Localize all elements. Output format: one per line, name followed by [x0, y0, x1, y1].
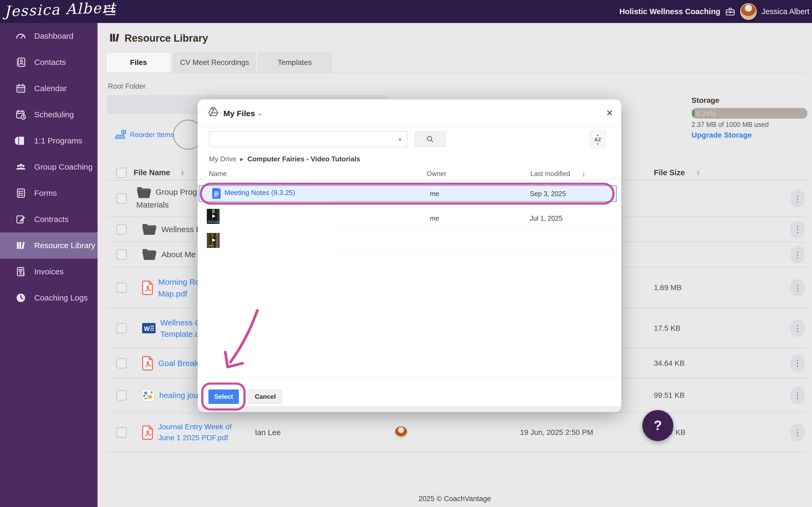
row-checkbox[interactable] — [116, 249, 127, 260]
select-all-checkbox[interactable] — [116, 168, 127, 178]
sidebar-item-programs[interactable]: 1:1 Programs — [0, 128, 98, 154]
file-name-line2[interactable]: Map.pdf — [158, 289, 187, 298]
row-menu-button[interactable]: ⋮ — [790, 221, 805, 238]
clock-icon — [15, 292, 27, 304]
sidebar-item-label: Resource Library — [34, 241, 95, 250]
row-menu-button[interactable]: ⋮ — [790, 424, 805, 441]
drive-column-name[interactable]: Name — [209, 170, 227, 178]
user-name: Jessica Albert — [761, 7, 809, 16]
column-header-file-name: File Name — [133, 168, 170, 177]
redacted-file-names-blur — [222, 205, 329, 258]
row-checkbox[interactable] — [116, 428, 127, 438]
file-name[interactable]: Goal Breako — [158, 359, 203, 368]
sidebar-item-calendar[interactable]: Calendar — [0, 75, 98, 102]
sidebar-item-label: Group Coaching — [34, 162, 93, 171]
top-bar: Jessica Albert Holistic Wellness Coachin… — [0, 0, 812, 23]
drive-column-owner[interactable]: Owner — [427, 170, 446, 178]
row-checkbox[interactable] — [116, 390, 127, 400]
input-dropdown-caret-icon[interactable]: ▾ — [399, 136, 401, 143]
tabs-divider — [107, 72, 807, 73]
pdf-file-icon — [142, 356, 154, 371]
help-button[interactable]: ? — [642, 410, 673, 441]
drive-file-name[interactable]: Meeting Notes (9.3.25) — [224, 188, 295, 197]
sidebar-item-contracts[interactable]: Contracts — [0, 206, 98, 232]
row-checkbox[interactable] — [116, 224, 127, 234]
file-name[interactable]: Morning Ro — [158, 278, 200, 286]
sidebar-item-label: Contracts — [34, 215, 68, 224]
sidebar-toggle-button[interactable] — [105, 7, 115, 17]
file-name-line2[interactable]: Materials — [136, 201, 169, 210]
sidebar-item-label: 1:1 Programs — [34, 136, 82, 145]
organization-name: Holistic Wellness Coaching — [619, 7, 720, 16]
sidebar-item-group-coaching[interactable]: Group Coaching — [0, 154, 98, 180]
app-screen: Jessica Albert Holistic Wellness Coachin… — [0, 0, 812, 507]
sidebar-item-contacts[interactable]: Contacts — [0, 49, 98, 75]
row-menu-button[interactable]: ⋮ — [790, 320, 805, 337]
hamburger-icon — [105, 7, 115, 16]
drive-column-modified[interactable]: Last modified — [530, 170, 570, 178]
sidebar-item-scheduling[interactable]: Scheduling — [0, 102, 98, 128]
video-thumbnail-forest[interactable] — [207, 233, 220, 248]
tab-label: CV Meet Recordings — [180, 58, 249, 67]
client-avatar — [395, 426, 407, 439]
sort-az-button[interactable]: ▲AZ▼ — [589, 131, 606, 148]
file-name[interactable]: Journal Entry Week of — [158, 422, 232, 431]
row-menu-button[interactable]: ⋮ — [790, 387, 805, 404]
row-checkbox[interactable] — [116, 358, 127, 369]
tab-templates[interactable]: Templates — [258, 52, 331, 72]
chevron-down-icon[interactable]: ⌄ — [257, 110, 262, 117]
drive-search-button[interactable] — [415, 131, 446, 147]
folder-icon — [136, 187, 152, 199]
modal-bottom-strip — [198, 406, 621, 412]
sidebar-item-invoices[interactable]: $ Invoices — [0, 259, 98, 285]
file-name[interactable]: healing jour — [159, 391, 201, 400]
calendar-icon — [15, 82, 27, 94]
file-name-line2[interactable]: June 1 2025 PDF.pdf — [158, 434, 228, 442]
scheduling-icon — [15, 109, 27, 120]
cancel-button[interactable]: Cancel — [249, 389, 282, 404]
reorder-items-button[interactable]: Reorder Items — [115, 130, 174, 139]
drive-search-input[interactable] — [209, 131, 408, 147]
sidebar-item-resource-library[interactable]: Resource Library — [0, 232, 98, 259]
sidebar-item-forms[interactable]: Forms — [0, 180, 98, 206]
breadcrumb-root[interactable]: My Drive — [209, 155, 236, 163]
upgrade-storage-link[interactable]: Upgrade Storage — [692, 131, 752, 139]
file-name[interactable]: Group Prog — [156, 187, 197, 196]
sort-descending-icon[interactable]: ↓ — [582, 170, 586, 178]
folder-icon — [142, 223, 157, 236]
briefcase-icon[interactable] — [725, 7, 735, 16]
sidebar-item-label: Contacts — [34, 58, 66, 67]
row-checkbox[interactable] — [116, 193, 127, 204]
reorder-icon — [115, 130, 126, 139]
modal-header-divider — [198, 126, 621, 126]
tab-label: Files — [130, 58, 147, 67]
tab-cv-meet-recordings[interactable]: CV Meet Recordings — [174, 52, 256, 72]
sidebar-item-coaching-logs[interactable]: Coaching Logs — [0, 285, 98, 311]
storage-percent: 0.24% — [696, 110, 716, 118]
sidebar-item-label: Scheduling — [34, 110, 74, 119]
contacts-icon — [15, 56, 27, 68]
sidebar-item-dashboard[interactable]: Dashboard — [0, 23, 98, 49]
library-icon — [15, 240, 27, 251]
file-name-line2[interactable]: Template.do — [160, 330, 204, 338]
modal-close-button[interactable]: ✕ — [606, 108, 613, 118]
row-checkbox[interactable] — [116, 283, 127, 293]
row-menu-button[interactable]: ⋮ — [790, 279, 805, 296]
sort-icon-file-size[interactable]: ▲▼ — [696, 170, 700, 175]
user-avatar[interactable] — [740, 3, 757, 20]
sidebar-item-label: Calendar — [34, 84, 67, 93]
resource-library-icon — [108, 31, 121, 44]
table-row[interactable]: Journal Entry Week ofJune 1 2025 PDF.pdf… — [107, 413, 807, 452]
row-menu-button[interactable]: ⋮ — [790, 354, 805, 372]
row-checkbox[interactable] — [116, 323, 127, 333]
file-size: 99.51 KB — [654, 391, 685, 400]
contracts-icon — [15, 214, 27, 225]
breadcrumb-current: Computer Fairies - Video Tutorials — [248, 155, 360, 163]
row-menu-button[interactable]: ⋮ — [790, 246, 805, 263]
select-button[interactable]: Select — [208, 389, 239, 404]
file-name[interactable]: Wellness E — [161, 225, 202, 234]
row-menu-button[interactable]: ⋮ — [790, 190, 805, 207]
sort-icon-file-name[interactable]: ▲▼ — [181, 170, 184, 175]
video-thumbnail-dark[interactable] — [207, 209, 220, 224]
tab-files[interactable]: Files — [106, 52, 171, 72]
